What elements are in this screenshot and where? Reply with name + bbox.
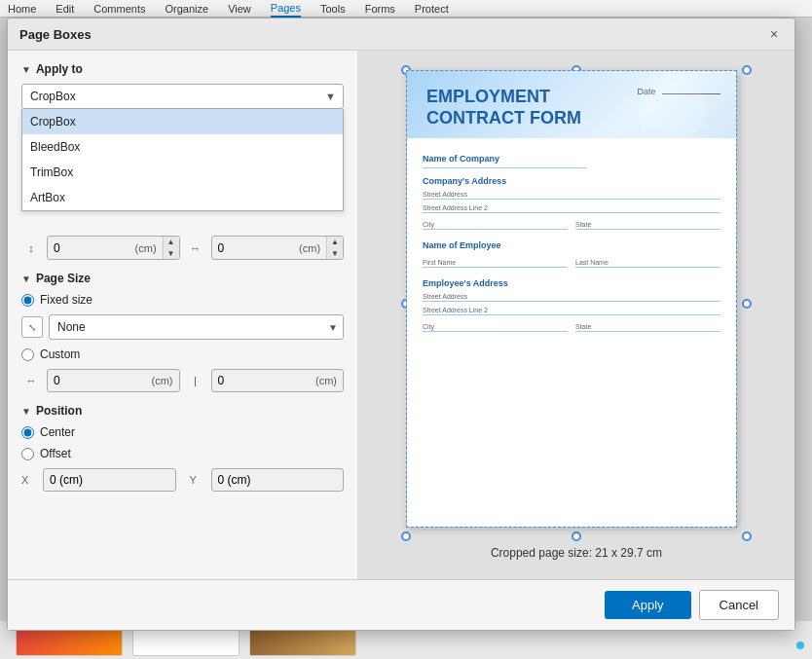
x-coord-value[interactable] [44, 469, 175, 491]
option-cropbox[interactable]: CropBox [22, 109, 343, 134]
city-col: City [423, 216, 568, 233]
state-label: State [575, 221, 720, 228]
tab-edit[interactable]: Edit [55, 1, 74, 17]
custom-width-input: (cm) [47, 369, 180, 392]
page-size-none-select[interactable]: None [49, 314, 344, 340]
dialog-body: ▼ Apply to CropBox BleedBox TrimBox ArtB… [8, 51, 794, 579]
tab-view[interactable]: View [228, 1, 251, 17]
crop-handle-bm[interactable] [572, 531, 581, 541]
state-col: State [575, 216, 720, 233]
tab-forms[interactable]: Forms [365, 1, 395, 17]
close-button[interactable]: × [765, 25, 783, 43]
offset-label[interactable]: Offset [40, 447, 71, 460]
apply-to-select[interactable]: CropBox BleedBox TrimBox ArtBox [21, 84, 344, 109]
emp-city-input [423, 331, 568, 332]
fixed-size-row: Fixed size [21, 293, 344, 307]
fixed-size-radio[interactable] [21, 294, 34, 307]
state-input [575, 229, 720, 230]
option-trimbox[interactable]: TrimBox [22, 160, 343, 185]
crop-handle-tr[interactable] [742, 65, 752, 75]
margin-up-2[interactable]: ▲ [327, 237, 343, 248]
margin-input-1: (cm) ▲ ▼ [47, 236, 180, 260]
y-coord-value[interactable] [212, 469, 344, 491]
fixed-size-label[interactable]: Fixed size [40, 293, 92, 307]
employee-address-label: Employee's Address [423, 278, 720, 288]
center-radio[interactable] [21, 426, 34, 439]
dialog-title: Page Boxes [19, 27, 92, 42]
custom-radio[interactable] [21, 348, 34, 361]
tab-home[interactable]: Home [8, 1, 36, 17]
emp-street-2-label: Street Address Line 2 [423, 307, 720, 313]
custom-height-unit: (cm) [315, 371, 343, 390]
city-label: City [423, 221, 568, 228]
apply-to-dropdown-list: CropBox BleedBox TrimBox ArtBox [21, 109, 344, 211]
form-date: Date [637, 87, 720, 96]
page-size-dropdown-wrapper: None ▼ [49, 314, 344, 340]
center-label[interactable]: Center [40, 425, 75, 439]
name-row: First Name Last Name [423, 254, 720, 271]
page-boxes-dialog: Page Boxes × ▼ Apply to CropBox BleedBox… [7, 18, 795, 631]
company-name-input [423, 167, 586, 168]
apply-to-label: Apply to [36, 62, 83, 76]
offset-row: Offset [21, 447, 344, 460]
margin-value-1[interactable] [48, 238, 135, 259]
custom-height-value[interactable] [212, 370, 316, 391]
form-title-line2: CONTRACT FORM [426, 108, 581, 128]
left-panel: ▼ Apply to CropBox BleedBox TrimBox ArtB… [8, 51, 358, 579]
position-label: Position [36, 404, 82, 418]
margin-arrows-2: ▲ ▼ [326, 237, 343, 259]
first-name-col: First Name [423, 254, 568, 271]
height-icon: | [186, 375, 205, 386]
margin-down-1[interactable]: ▼ [164, 248, 179, 260]
margin-unit-2: (cm) [299, 238, 326, 258]
margin-arrows-1: ▲ ▼ [163, 237, 179, 259]
tab-pages[interactable]: Pages [271, 0, 301, 18]
custom-height-input: (cm) [211, 369, 345, 392]
option-artbox[interactable]: ArtBox [22, 185, 343, 210]
position-arrow: ▼ [21, 406, 31, 417]
margin-down-2[interactable]: ▼ [327, 248, 343, 260]
margin-icon-2: ↔ [186, 242, 205, 254]
page-size-label: Page Size [36, 272, 91, 285]
apply-button[interactable]: Apply [605, 591, 691, 619]
position-section: ▼ Position Center Offset X Y [21, 404, 344, 492]
margin-up-1[interactable]: ▲ [164, 237, 179, 248]
emp-street-1-input [423, 301, 720, 302]
toolbar-tabs: Home Edit Comments Organize View Pages T… [0, 0, 812, 18]
emp-state-label: State [575, 323, 720, 330]
company-address-label: Company's Address [423, 176, 720, 186]
tab-tools[interactable]: Tools [320, 1, 346, 17]
custom-row: Custom [21, 348, 344, 361]
option-bleedbox[interactable]: BleedBox [22, 134, 343, 160]
page-size-header: ▼ Page Size [21, 272, 344, 285]
crop-handle-bl[interactable] [401, 531, 411, 541]
street-address-1-label: Street Address [423, 191, 720, 198]
dialog-footer: Apply Cancel [8, 579, 794, 630]
cancel-button[interactable]: Cancel [699, 590, 779, 620]
first-name-label: First Name [423, 259, 568, 266]
offset-radio[interactable] [21, 448, 34, 460]
employee-name-label: Name of Employee [423, 240, 720, 250]
form-body: Name of Company Company's Address Street… [407, 138, 736, 343]
tab-comments[interactable]: Comments [93, 1, 145, 17]
crop-handle-mr[interactable] [742, 299, 752, 309]
margin-icon-1: ↕ [21, 242, 41, 254]
first-name-input [423, 267, 568, 268]
tab-protect[interactable]: Protect [415, 1, 449, 17]
margin-input-2: (cm) ▲ ▼ [211, 236, 345, 260]
x-coord-label: X [21, 474, 37, 486]
resize-icon[interactable]: ⤡ [21, 316, 43, 338]
custom-width-value[interactable] [48, 370, 152, 391]
crop-handle-br[interactable] [742, 531, 752, 541]
street-address-2-input [423, 212, 720, 213]
scroll-indicator [796, 641, 804, 649]
street-address-1-input [423, 199, 720, 200]
last-name-label: Last Name [575, 259, 720, 266]
city-input [423, 229, 568, 230]
custom-label[interactable]: Custom [40, 348, 80, 361]
page-size-input-row: ⤡ None ▼ [21, 314, 344, 340]
margin-value-2[interactable] [212, 238, 300, 259]
tab-organize[interactable]: Organize [166, 1, 209, 17]
emp-street-1-label: Street Address [423, 293, 720, 300]
emp-city-col: City [423, 318, 568, 335]
